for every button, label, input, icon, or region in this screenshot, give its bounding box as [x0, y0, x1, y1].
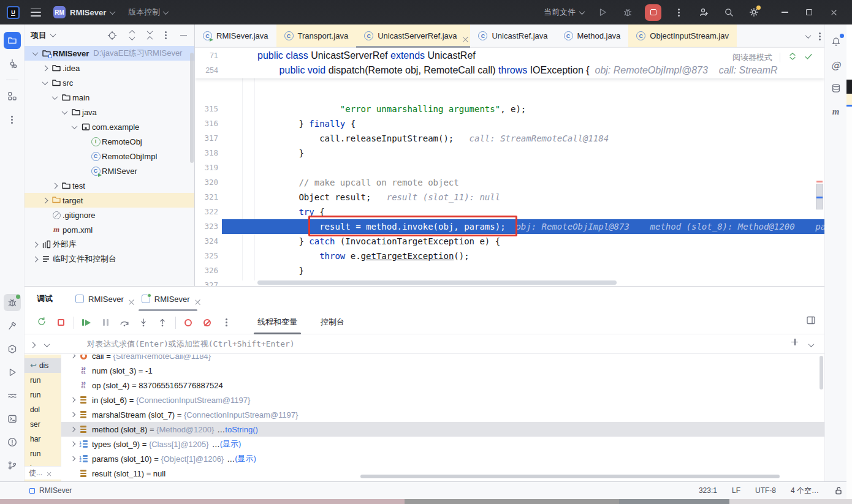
value-link[interactable]: (显示) [235, 453, 256, 464]
chevron-right-icon[interactable] [39, 198, 50, 203]
more-icon[interactable] [671, 4, 687, 20]
chevron-down-icon[interactable] [806, 34, 810, 39]
debug-view-tab-控制台[interactable]: 控制台 [317, 311, 348, 334]
close-icon[interactable] [47, 472, 50, 475]
services-icon[interactable] [4, 340, 21, 358]
editor-tab-Transport.java[interactable]: C Transport.java [276, 24, 357, 47]
tree-item-临时文件和控制台[interactable]: 临时文件和控制台 [25, 252, 194, 266]
view-breakpoints-icon[interactable] [181, 315, 196, 330]
build-hammer-icon[interactable] [4, 317, 21, 334]
status-project-widget[interactable]: RMISever [29, 486, 72, 495]
code-text[interactable]: throw e.getTargetException(); [257, 249, 470, 263]
project-tree-scrollbar[interactable] [190, 53, 194, 163]
chevron-right-icon[interactable] [29, 243, 40, 247]
variable-row-method[interactable]: method (slot_8) = {Method@1200}… toStrin… [61, 422, 824, 437]
problems-icon[interactable] [4, 434, 21, 451]
step-into-icon[interactable] [136, 315, 151, 330]
code-text[interactable]: try { [257, 205, 325, 219]
project-widget[interactable]: RM RMISever [53, 6, 115, 18]
add-user-icon[interactable] [696, 4, 712, 20]
hide-panel-icon[interactable] [178, 31, 188, 40]
variable-row-num[interactable]: 1001 num (slot_3) = -1 [61, 363, 824, 378]
chevron-down-icon[interactable] [49, 96, 60, 100]
code-text[interactable]: } finally { [257, 116, 356, 131]
evaluate-expression-input[interactable] [87, 339, 791, 348]
code-text[interactable]: "error unmarshalling arguments", e); [257, 102, 526, 116]
status-item[interactable]: UTF-8 [755, 486, 776, 495]
add-watch-icon[interactable] [791, 339, 798, 345]
tree-item-.idea[interactable]: .idea [25, 61, 194, 75]
code-text[interactable]: // make upcall on remote object [257, 175, 459, 190]
caret-stripe-mark[interactable] [816, 197, 823, 198]
code-text[interactable]: } [257, 146, 304, 160]
stop-icon[interactable] [645, 4, 661, 21]
maximize-button[interactable] [797, 0, 821, 24]
settings-icon[interactable] [746, 4, 762, 20]
line-number[interactable]: 322 [195, 205, 218, 219]
line-number[interactable]: 316 [195, 116, 218, 131]
rerun-icon[interactable] [34, 315, 49, 330]
line-number[interactable]: 319 [195, 160, 218, 175]
status-item[interactable]: 4 个空… [791, 486, 819, 496]
tree-item-RemoteObj[interactable]: I RemoteObj [25, 134, 194, 149]
stop-icon[interactable] [53, 315, 68, 330]
editor-tab-UnicastRef.java[interactable]: C UnicastRef.java [470, 24, 555, 47]
line-number[interactable]: 325 [195, 249, 218, 263]
editor-horizontal-scrollbar[interactable] [257, 280, 617, 285]
reader-mode-label[interactable]: 阅读器模式 [732, 52, 772, 63]
editor-tab-Method.java[interactable]: C Method.java [556, 24, 629, 47]
tree-item-RMISever[interactable]: C RMISever [25, 164, 194, 178]
tree-item-test[interactable]: test [25, 178, 194, 193]
tree-item-main[interactable]: main [25, 90, 194, 105]
mute-breakpoints-icon[interactable] [200, 315, 215, 330]
line-number[interactable]: 327 [195, 278, 218, 286]
code-vision-icon[interactable] [788, 51, 797, 63]
chevron-down-icon[interactable] [45, 339, 49, 350]
chevron-right-icon[interactable] [29, 257, 40, 261]
expand-all-icon[interactable] [125, 31, 135, 40]
chevron-right-icon[interactable] [68, 442, 78, 446]
run-configuration-selector[interactable]: 当前文件 [544, 7, 584, 18]
resume-icon[interactable] [79, 315, 94, 330]
chevron-down-icon[interactable] [39, 81, 50, 85]
variable-row-params[interactable]: 12 params (slot_10) = {Object[1]@1206}…(… [61, 451, 824, 466]
tree-item-pom.xml[interactable]: m pom.xml [25, 222, 194, 237]
chevron-right-icon[interactable] [68, 355, 78, 358]
version-control-icon[interactable] [4, 457, 21, 474]
tree-item-外部库[interactable]: 外部库 [25, 237, 194, 252]
tree-item-java[interactable]: java [25, 105, 194, 119]
code-text[interactable]: public class UnicastServerRef extends Un… [257, 48, 476, 63]
frame-item[interactable]: har [25, 432, 61, 446]
frame-item[interactable]: dol [25, 402, 61, 417]
line-number[interactable]: 318 [195, 146, 218, 160]
ai-assistant-icon[interactable]: @ [827, 56, 845, 73]
run-icon[interactable] [4, 364, 21, 381]
line-number[interactable]: 326 [195, 263, 218, 278]
variable-row-result[interactable]: result (slot_11) = null [61, 466, 824, 481]
code-editor[interactable]: 315 "error unmarshalling arguments", e);… [195, 48, 824, 286]
debug-icon[interactable] [620, 4, 636, 20]
endpoints-icon[interactable] [4, 387, 21, 404]
error-stripe-mark[interactable] [816, 181, 823, 182]
tree-item-com.example[interactable]: com.example [25, 119, 194, 134]
code-text[interactable]: public void dispatch(Remote obj, RemoteC… [257, 63, 778, 78]
chevron-right-icon[interactable] [39, 66, 50, 70]
chevron-right-icon[interactable] [49, 184, 60, 188]
editor-tab-ObjectInputStream.jav[interactable]: C ObjectInputStream.jav [628, 24, 737, 47]
debug-view-tab-线程和变量[interactable]: 线程和变量 [254, 311, 301, 334]
maven-icon[interactable]: m [827, 103, 845, 120]
chevron-down-icon[interactable] [50, 31, 56, 37]
editor-tab-UnicastServerRef.java[interactable]: C UnicastServerRef.java [356, 24, 470, 47]
debug-session-tab-RMISever[interactable]: RMISever [135, 287, 201, 311]
terminal-icon[interactable] [4, 410, 21, 427]
frame-item[interactable]: run [25, 446, 61, 461]
frame-item[interactable]: run [25, 388, 61, 402]
value-link[interactable]: toString() [225, 425, 257, 434]
structure-icon[interactable] [4, 88, 21, 105]
variables-vertical-scrollbar[interactable] [820, 356, 823, 389]
line-number[interactable]: 320 [195, 175, 218, 190]
frame-item[interactable]: run [25, 373, 61, 388]
variable-row-in[interactable]: in (slot_6) = {ConnectionInputStream@119… [61, 393, 824, 407]
main-menu-icon[interactable] [31, 9, 41, 17]
tree-item-RMISever[interactable]: RMISeverD:\javaEE练习\RMISever [25, 46, 194, 61]
